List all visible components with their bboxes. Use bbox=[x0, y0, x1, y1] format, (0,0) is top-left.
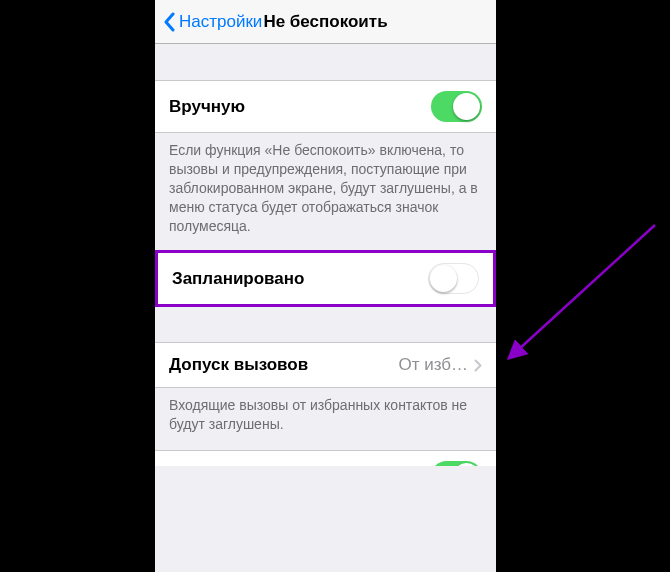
chevron-left-icon bbox=[163, 12, 175, 32]
svg-line-1 bbox=[518, 225, 655, 350]
manual-row[interactable]: Вручную bbox=[155, 80, 496, 133]
partial-toggle[interactable] bbox=[431, 461, 482, 466]
back-label: Настройки bbox=[179, 12, 262, 32]
content: Вручную Если функция «Не беспокоить» вкл… bbox=[155, 44, 496, 466]
settings-screen: Настройки Не беспокоить Вручную Если фун… bbox=[155, 0, 496, 572]
scheduled-row[interactable]: Запланировано bbox=[155, 250, 496, 307]
allow-calls-row[interactable]: Допуск вызовов От изб… bbox=[155, 342, 496, 388]
page-title: Не беспокоить bbox=[263, 12, 387, 32]
toggle-knob bbox=[430, 265, 457, 292]
scheduled-label: Запланировано bbox=[172, 269, 304, 289]
nav-bar: Настройки Не беспокоить bbox=[155, 0, 496, 44]
chevron-right-icon bbox=[474, 359, 482, 372]
manual-toggle[interactable] bbox=[431, 91, 482, 122]
next-row-partial bbox=[155, 450, 496, 466]
scheduled-toggle[interactable] bbox=[428, 263, 479, 294]
manual-footer: Если функция «Не беспокоить» включена, т… bbox=[155, 133, 496, 251]
toggle-knob bbox=[453, 463, 480, 466]
manual-label: Вручную bbox=[169, 97, 245, 117]
back-button[interactable]: Настройки bbox=[163, 12, 262, 32]
annotation-arrow-icon bbox=[500, 215, 665, 370]
allow-calls-footer: Входящие вызовы от избранных контактов н… bbox=[155, 388, 496, 450]
allow-calls-label: Допуск вызовов bbox=[169, 355, 308, 375]
allow-calls-value: От изб… bbox=[398, 355, 468, 375]
toggle-knob bbox=[453, 93, 480, 120]
